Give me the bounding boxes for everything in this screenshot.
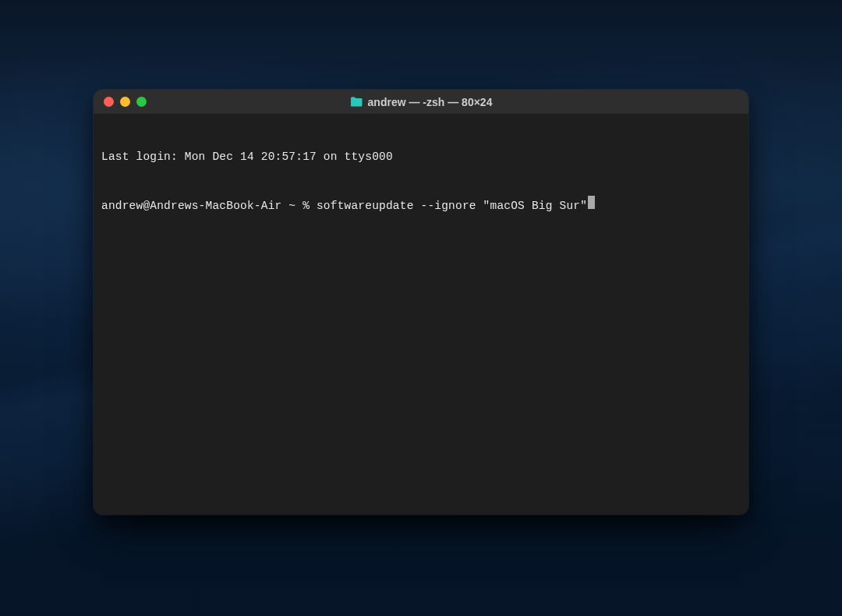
terminal-content[interactable]: Last login: Mon Dec 14 20:57:17 on ttys0…: [94, 115, 748, 515]
folder-icon: [350, 97, 363, 107]
terminal-window: andrew — -zsh — 80×24 Last login: Mon De…: [94, 90, 748, 515]
last-login-line: Last login: Mon Dec 14 20:57:17 on ttys0…: [101, 150, 741, 165]
prompt-line: andrew@Andrews-MacBook-Air ~ % softwareu…: [101, 196, 741, 214]
shell-prompt: andrew@Andrews-MacBook-Air ~ %: [101, 199, 317, 214]
zoom-button[interactable]: [136, 97, 147, 107]
close-button[interactable]: [104, 97, 114, 107]
command-input[interactable]: softwareupdate --ignore "macOS Big Sur": [317, 199, 587, 214]
window-titlebar[interactable]: andrew — -zsh — 80×24: [94, 90, 748, 115]
minimize-button[interactable]: [120, 97, 130, 107]
cursor: [588, 196, 595, 209]
window-title-area: andrew — -zsh — 80×24: [94, 96, 748, 108]
window-title: andrew — -zsh — 80×24: [368, 96, 493, 108]
traffic-lights: [94, 97, 147, 107]
